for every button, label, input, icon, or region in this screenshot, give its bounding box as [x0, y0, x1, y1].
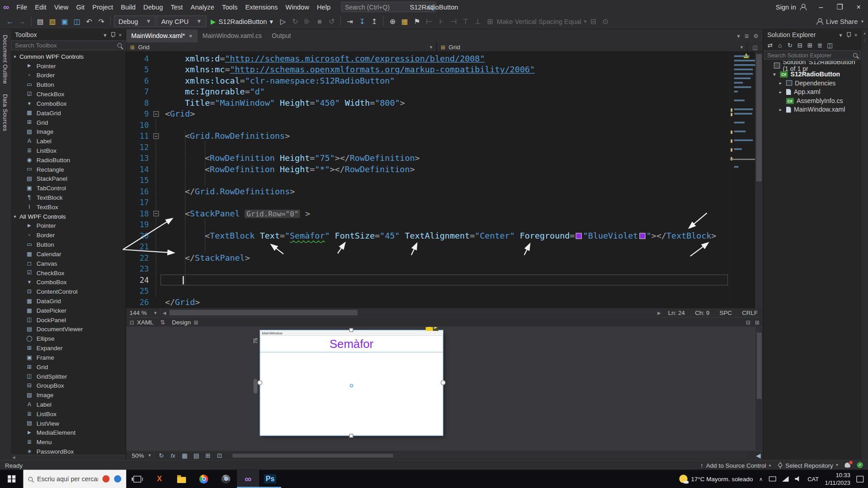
toolbox-item-datagrid[interactable]: ▦DataGrid — [11, 296, 125, 305]
menu-analyze[interactable]: Analyze — [187, 1, 218, 12]
code-line[interactable]: 10 — [126, 119, 730, 130]
sign-in-button[interactable]: Sign in — [776, 3, 806, 11]
split-editor-icon[interactable]: ◫ — [747, 42, 763, 52]
snaplines-icon[interactable]: ⊞ — [203, 452, 212, 459]
menu-build[interactable]: Build — [117, 1, 140, 12]
toolbox-item-frame[interactable]: ▣Frame — [11, 352, 125, 362]
close-icon[interactable]: × — [118, 32, 122, 38]
step-into-icon[interactable]: ↧ — [357, 15, 368, 28]
code-line[interactable]: 11−<Grid.RowDefinitions> — [126, 131, 730, 141]
restart-icon[interactable]: ↺ — [326, 15, 337, 28]
toolbox-item-contentcontrol[interactable]: ⊡ContentControl — [11, 286, 125, 296]
toolbox-item-tabcontrol[interactable]: ▣TabControl — [11, 183, 125, 192]
code-line[interactable]: 7mc:Ignorable="d" — [126, 86, 730, 97]
toolbox-item-radiobutton[interactable]: ◉RadioButton — [11, 155, 125, 164]
network-icon[interactable] — [782, 476, 789, 482]
toolbox-item-pointer[interactable]: ►Pointer — [11, 61, 125, 70]
toolbox-item-button[interactable]: ▭Button — [11, 80, 125, 89]
code-line[interactable]: 16</Grid.RowDefinitions> — [126, 186, 730, 197]
size-to-grid-icon[interactable]: ⊞ — [485, 15, 495, 28]
toolbox-item-textbox[interactable]: ITextBox — [11, 202, 125, 211]
add-to-source-control-button[interactable]: ↑ Add to Source Control ▴ — [700, 462, 771, 469]
scroll-left-icon[interactable]: ◀ — [754, 452, 763, 459]
navigate-back-icon[interactable]: ← — [5, 15, 15, 28]
new-project-icon[interactable]: ▤ — [35, 15, 46, 28]
start-without-debugging-icon[interactable]: ▷ — [278, 15, 288, 28]
fold-toggle-icon[interactable]: − — [153, 133, 159, 139]
code-line[interactable]: 23 — [126, 263, 730, 274]
toolbox-item-canvas[interactable]: ◻Canvas — [11, 258, 125, 268]
align-centers-icon[interactable]: ⊦ — [436, 15, 447, 28]
vertical-scrollbar[interactable] — [755, 52, 763, 308]
scrollbar-thumb[interactable] — [232, 453, 393, 457]
code-line[interactable]: 20<TextBlock Text="Semàfor" FontSize="45… — [126, 230, 730, 241]
more-options-icon[interactable]: ≣ — [744, 33, 749, 39]
toolbox-item-gridsplitter[interactable]: ◫GridSplitter — [11, 371, 125, 381]
menu-extensions[interactable]: Extensions — [241, 1, 282, 12]
taskbar-search-input[interactable]: Escriu aquí per cercar — [23, 470, 126, 488]
code-line[interactable]: 21 — [126, 241, 730, 252]
scrollbar-thumb[interactable] — [757, 333, 762, 399]
toolbox-item-datepicker[interactable]: ▦DatePicker — [11, 305, 125, 315]
close-button[interactable]: × — [849, 0, 868, 14]
toolbox-item-datagrid[interactable]: ▦DataGrid — [11, 108, 125, 117]
toolbox-item-checkbox[interactable]: ☑CheckBox — [11, 89, 125, 99]
doc-tab-output[interactable]: Output — [267, 29, 296, 42]
start-button[interactable] — [0, 470, 23, 488]
step-over-icon[interactable]: ⇥ — [344, 15, 355, 28]
refresh-icon[interactable]: ↻ — [786, 42, 795, 49]
save-icon[interactable]: ▣ — [59, 15, 70, 28]
toolbox-item-textblock[interactable]: ¶TextBlock — [11, 192, 125, 202]
align-lefts-icon[interactable]: ⊢ — [424, 15, 434, 28]
code-line[interactable]: 18−<StackPanel Grid.Row="0" > — [126, 208, 730, 219]
settings-icon[interactable]: ⚙ — [754, 33, 759, 39]
tree-item-app-xaml[interactable]: ▸App.xaml — [764, 87, 862, 96]
snap-to-grid-icon[interactable]: ▤ — [192, 452, 201, 459]
design-vertical-scrollbar[interactable] — [755, 327, 763, 450]
xaml-view-tab[interactable]: ⊡ XAML — [130, 319, 154, 325]
toolbox-section-common-wpf-controls[interactable]: ▴Common WPF Controls — [11, 52, 125, 61]
scrollbar-thumb[interactable] — [756, 54, 762, 182]
pin-icon[interactable] — [110, 32, 115, 38]
toolbox-item-listview[interactable]: ▤ListView — [11, 418, 125, 428]
code-viewport[interactable]: 4xmlns:d="http://schemas.microsoft.com/e… — [126, 52, 730, 308]
toolbox-item-checkbox[interactable]: ☑CheckBox — [11, 268, 125, 277]
toolbox-scrollbar[interactable]: ◀ — [11, 455, 125, 460]
save-all-icon[interactable]: ◫ — [71, 15, 82, 28]
solution-configuration-dropdown[interactable]: Debug▼ — [114, 15, 156, 27]
menu-window[interactable]: Window — [282, 1, 313, 12]
menu-git[interactable]: Git — [72, 1, 89, 12]
toolbox-section-all-wpf-controls[interactable]: ▴All WPF Controls — [11, 211, 125, 221]
code-line[interactable]: 6xmlns:local="clr-namespace:S12RadioButt… — [126, 75, 730, 86]
weather-widget[interactable]: 17°C Mayorm. soleado — [679, 475, 753, 483]
toolbox-item-image[interactable]: ▨Image — [11, 127, 125, 136]
toolbox-item-combobox[interactable]: ▾ComboBox — [11, 277, 125, 286]
bookmark-icon[interactable]: ⚑ — [411, 15, 422, 28]
design-horizontal-scrollbar[interactable] — [230, 453, 748, 458]
code-line[interactable]: 8Title="MainWindow" Height="450" Width="… — [126, 98, 730, 108]
zoom-icon[interactable]: ⊙ — [600, 15, 611, 28]
horizontal-spacing-icon[interactable]: ⊟ — [588, 15, 599, 28]
toolbox-item-combobox[interactable]: ▾ComboBox — [11, 99, 125, 108]
wpf-window-preview[interactable]: MainWindow Semàfor 75 ▶ — [260, 330, 443, 436]
live-share-button[interactable]: Live Share ▾ — [816, 18, 863, 25]
toolbox-item-border[interactable]: ▫Border — [11, 230, 125, 239]
menu-help[interactable]: Help — [313, 1, 334, 12]
background-tasks-icon[interactable]: ✓ — [857, 462, 863, 468]
align-tops-icon[interactable]: ⊤ — [460, 15, 471, 28]
code-line[interactable]: 4xmlns:d="http://schemas.microsoft.com/e… — [126, 53, 730, 64]
tree-item-dependencies[interactable]: ▸Dependencies — [764, 79, 862, 88]
design-surface[interactable]: MainWindow Semàfor 75 ▶ — [126, 327, 763, 450]
taskbar-app-chrome-beta[interactable] — [215, 470, 237, 488]
toolbox-item-pointer[interactable]: ►Pointer — [11, 221, 125, 230]
code-line[interactable]: 5xmlns:mc="http://schemas.openxmlformats… — [126, 64, 730, 75]
taskbar-app-visual-studio[interactable]: ∞ — [237, 470, 259, 488]
toolbox-item-calendar[interactable]: ▦Calendar — [11, 249, 125, 258]
chevron-down-icon[interactable]: ▾ — [104, 32, 106, 38]
fold-toggle-icon[interactable]: − — [153, 111, 159, 117]
toolbox-item-documentviewer[interactable]: ▤DocumentViewer — [11, 324, 125, 334]
menu-edit[interactable]: Edit — [31, 1, 50, 12]
toolbox-item-passwordbox[interactable]: ∗PasswordBox — [11, 446, 125, 455]
toolbox-item-menu[interactable]: ≣Menu — [11, 437, 125, 446]
toolbox-item-button[interactable]: ▭Button — [11, 239, 125, 249]
